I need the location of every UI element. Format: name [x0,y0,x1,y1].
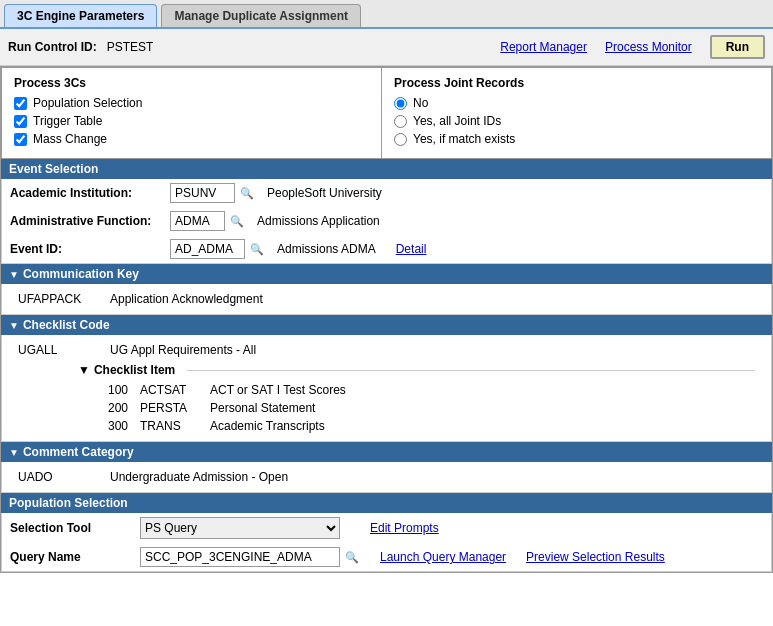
comm-key-header-text: Communication Key [23,267,139,281]
checklist-code-content: UGALL UG Appl Requirements - All ▼ Check… [2,335,771,441]
comment-cat-header[interactable]: ▼ Comment Category [1,442,772,462]
tab-manage-dup[interactable]: Manage Duplicate Assignment [161,4,361,27]
comm-key-row: UFAPPACK Application Acknowledgment [18,290,755,308]
run-control-label: Run Control ID: [8,40,97,54]
academic-institution-input[interactable] [170,183,235,203]
radio-yes-all-label: Yes, all Joint IDs [413,114,501,128]
event-id-input-group: 🔍 Admissions ADMA Detail [170,239,426,259]
checkbox-trigger-table-label: Trigger Table [33,114,102,128]
comment-cat-row: UADO Undergraduate Admission - Open [18,468,755,486]
query-name-search-icon[interactable]: 🔍 [344,549,360,565]
pop-sel-section: Selection Tool PS Query Equation Engine … [1,513,772,572]
admin-function-search-icon[interactable]: 🔍 [229,213,245,229]
edit-prompts-link[interactable]: Edit Prompts [370,521,439,535]
comm-key-section: UFAPPACK Application Acknowledgment [1,284,772,315]
admin-function-row: Administrative Function: 🔍 Admissions Ap… [2,207,771,235]
academic-institution-input-group: 🔍 PeopleSoft University [170,183,382,203]
process-joint-panel: Process Joint Records No Yes, all Joint … [382,68,771,158]
checklist-code-header[interactable]: ▼ Checklist Code [1,315,772,335]
checklist-desc-2: Academic Transcripts [210,419,325,433]
radio-yes-all-input[interactable] [394,115,407,128]
event-id-search-icon[interactable]: 🔍 [249,241,265,257]
event-id-row: Event ID: 🔍 Admissions ADMA Detail [2,235,771,263]
process-3cs-title: Process 3Cs [14,76,369,90]
report-manager-link[interactable]: Report Manager [500,40,587,54]
checklist-num-2: 300 [78,419,128,433]
radio-no: No [394,96,759,110]
comment-cat-content: UADO Undergraduate Admission - Open [2,462,771,492]
checkbox-trigger-table: Trigger Table [14,114,369,128]
radio-no-input[interactable] [394,97,407,110]
comm-key-code: UFAPPACK [18,292,98,306]
admin-function-input[interactable] [170,211,225,231]
process-joint-title: Process Joint Records [394,76,759,90]
checkbox-mass-change-input[interactable] [14,133,27,146]
pop-sel-header-text: Population Selection [9,496,128,510]
checkbox-mass-change: Mass Change [14,132,369,146]
checklist-desc-1: Personal Statement [210,401,315,415]
main-wrapper: Process 3Cs Population Selection Trigger… [0,66,773,573]
selection-tool-label: Selection Tool [10,521,140,535]
checkbox-pop-selection-input[interactable] [14,97,27,110]
checklist-item-0: 100 ACTSAT ACT or SAT I Test Scores [78,381,755,399]
radio-yes-match-input[interactable] [394,133,407,146]
comment-cat-code: UADO [18,470,98,484]
query-name-input[interactable] [140,547,340,567]
event-section: Academic Institution: 🔍 PeopleSoft Unive… [1,179,772,264]
checklist-item-1: 200 PERSTA Personal Statement [78,399,755,417]
top-bar: Run Control ID: PSTEST Report Manager Pr… [0,29,773,66]
academic-institution-search-icon[interactable]: 🔍 [239,185,255,201]
process-monitor-link[interactable]: Process Monitor [605,40,692,54]
run-control-value: PSTEST [107,40,154,54]
comment-cat-desc: Undergraduate Admission - Open [110,470,288,484]
checklist-code-header-text: Checklist Code [23,318,110,332]
event-selection-header-text: Event Selection [9,162,98,176]
comment-cat-section: UADO Undergraduate Admission - Open [1,462,772,493]
preview-link[interactable]: Preview Selection Results [526,550,665,564]
comm-key-content: UFAPPACK Application Acknowledgment [2,284,771,314]
checklist-code-1: PERSTA [140,401,210,415]
process-3cs-panel: Process 3Cs Population Selection Trigger… [2,68,382,158]
checkbox-pop-selection: Population Selection [14,96,369,110]
checkbox-trigger-table-input[interactable] [14,115,27,128]
academic-institution-value: PeopleSoft University [267,186,382,200]
checkbox-pop-selection-label: Population Selection [33,96,142,110]
checklist-code-section: UGALL UG Appl Requirements - All ▼ Check… [1,335,772,442]
radio-no-label: No [413,96,428,110]
event-id-input[interactable] [170,239,245,259]
radio-yes-all: Yes, all Joint IDs [394,114,759,128]
academic-institution-label: Academic Institution: [10,186,170,200]
admin-function-input-group: 🔍 Admissions Application [170,211,380,231]
run-button[interactable]: Run [710,35,765,59]
tab-manage-dup-label: Manage Duplicate Assignment [174,9,348,23]
event-selection-header: Event Selection [1,159,772,179]
selection-tool-select[interactable]: PS Query Equation Engine External File [140,517,340,539]
admin-function-label: Administrative Function: [10,214,170,228]
event-id-value: Admissions ADMA [277,242,376,256]
launch-query-link[interactable]: Launch Query Manager [380,550,506,564]
admin-function-value: Admissions Application [257,214,380,228]
checklist-code-row: UGALL UG Appl Requirements - All [18,341,755,359]
selection-tool-row: Selection Tool PS Query Equation Engine … [2,513,771,543]
checklist-code-val: UGALL [18,343,98,357]
query-links-group: Launch Query Manager Preview Selection R… [380,550,665,564]
event-id-label: Event ID: [10,242,170,256]
selection-tool-input-group: PS Query Equation Engine External File [140,517,340,539]
checklist-item-header-text: Checklist Item [94,363,175,377]
comm-key-desc: Application Acknowledgment [110,292,263,306]
checklist-code-arrow: ▼ [9,320,19,331]
query-name-input-group: 🔍 [140,547,360,567]
tabs-bar: 3C Engine Parameters Manage Duplicate As… [0,0,773,29]
pop-sel-header: Population Selection [1,493,772,513]
checklist-subtable: ▼ Checklist Item 100 ACTSAT ACT or SAT I… [78,363,755,435]
tab-3c-engine[interactable]: 3C Engine Parameters [4,4,157,27]
checklist-item-2: 300 TRANS Academic Transcripts [78,417,755,435]
checklist-code-desc: UG Appl Requirements - All [110,343,256,357]
edit-prompts-link-group: Edit Prompts [370,521,439,535]
comm-key-arrow: ▼ [9,269,19,280]
checklist-item-header: ▼ Checklist Item [78,363,755,377]
comm-key-header[interactable]: ▼ Communication Key [1,264,772,284]
checklist-num-1: 200 [78,401,128,415]
detail-link[interactable]: Detail [396,242,427,256]
checkbox-mass-change-label: Mass Change [33,132,107,146]
